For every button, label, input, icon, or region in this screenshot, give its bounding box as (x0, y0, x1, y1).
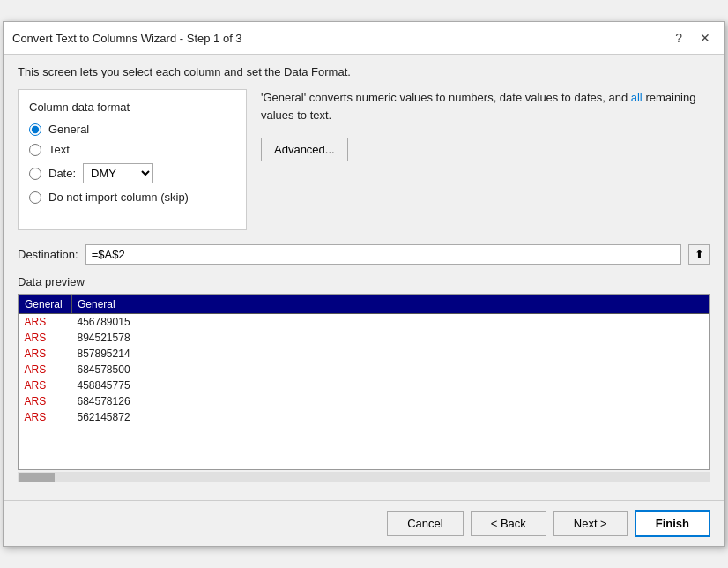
cell-ars: ARS (19, 377, 72, 393)
cell-number: 684578126 (72, 393, 709, 409)
data-preview-section: Data preview General General ARS45678901… (18, 275, 710, 482)
cell-ars: ARS (19, 409, 72, 425)
destination-row: Destination: ⬆ (18, 244, 710, 265)
column-format-title: Column data format (29, 101, 235, 114)
radio-date-label: Date: (48, 167, 76, 180)
dialog-body: This screen lets you select each column … (4, 55, 724, 500)
table-row: ARS857895214 (19, 346, 709, 362)
date-format-select[interactable]: DMY MDY YMD (83, 163, 153, 183)
cell-number: 684578500 (72, 362, 709, 377)
table-row: ARS684578500 (19, 362, 709, 377)
radio-skip-row: Do not import column (skip) (29, 191, 235, 204)
intro-text: This screen lets you select each column … (18, 65, 710, 78)
next-button[interactable]: Next > (553, 511, 628, 536)
radio-general-label: General (48, 123, 89, 136)
cell-ars: ARS (19, 393, 72, 409)
cell-number: 562145872 (72, 409, 709, 425)
dialog-title: Convert Text to Columns Wizard - Step 1 … (12, 32, 242, 45)
radio-text-row: Text (29, 143, 235, 156)
description-text: 'General' converts numeric values to num… (261, 89, 710, 123)
destination-collapse-button[interactable]: ⬆ (688, 244, 710, 265)
column-format-box: Column data format General Text Date: DM… (18, 89, 247, 230)
cell-ars: ARS (19, 346, 72, 362)
back-button[interactable]: < Back (471, 511, 546, 536)
table-row: ARS894521578 (19, 330, 709, 346)
col-header-1: General (19, 295, 72, 314)
radio-general-row: General (29, 123, 235, 136)
title-bar: Convert Text to Columns Wizard - Step 1 … (4, 22, 724, 55)
cancel-button[interactable]: Cancel (387, 511, 463, 536)
col-header-2: General (72, 295, 709, 314)
radio-skip[interactable] (29, 191, 41, 204)
table-row: ARS684578126 (19, 393, 709, 409)
close-button[interactable]: ✕ (695, 29, 716, 47)
finish-button[interactable]: Finish (635, 510, 710, 537)
radio-text-label: Text (48, 143, 70, 156)
destination-label: Destination: (18, 248, 78, 261)
cell-number: 857895214 (72, 346, 709, 362)
data-preview-table-wrapper[interactable]: General General ARS456789015ARS894521578… (18, 294, 710, 470)
cell-ars: ARS (19, 330, 72, 346)
radio-date[interactable] (29, 168, 41, 180)
horizontal-scrollbar[interactable] (18, 472, 710, 482)
data-preview-title: Data preview (18, 275, 710, 288)
scrollbar-thumb (19, 473, 55, 482)
description-link: all (631, 91, 643, 104)
radio-date-row: Date: DMY MDY YMD (29, 163, 235, 183)
cell-number: 458845775 (72, 377, 709, 393)
dialog: Convert Text to Columns Wizard - Step 1 … (3, 21, 725, 547)
preview-tbody: ARS456789015ARS894521578ARS857895214ARS6… (19, 314, 709, 426)
table-row: ARS562145872 (19, 409, 709, 425)
help-button[interactable]: ? (670, 29, 687, 47)
table-header-row: General General (19, 295, 709, 314)
cell-ars: ARS (19, 362, 72, 377)
main-content: Column data format General Text Date: DM… (18, 89, 710, 230)
table-row: ARS456789015 (19, 314, 709, 331)
description-line1: 'General' converts numeric values to num… (261, 91, 631, 104)
advanced-button[interactable]: Advanced... (261, 138, 348, 161)
cell-ars: ARS (19, 314, 72, 331)
cell-number: 456789015 (72, 314, 709, 331)
radio-general[interactable] (29, 123, 41, 136)
destination-input[interactable] (85, 244, 681, 265)
radio-text[interactable] (29, 144, 41, 156)
footer: Cancel < Back Next > Finish (4, 500, 724, 546)
data-preview-table: General General ARS456789015ARS894521578… (19, 295, 709, 425)
cell-number: 894521578 (72, 330, 709, 346)
title-bar-controls: ? ✕ (670, 29, 716, 47)
table-row: ARS458845775 (19, 377, 709, 393)
radio-skip-label: Do not import column (skip) (48, 191, 189, 204)
right-panel: 'General' converts numeric values to num… (261, 89, 710, 230)
